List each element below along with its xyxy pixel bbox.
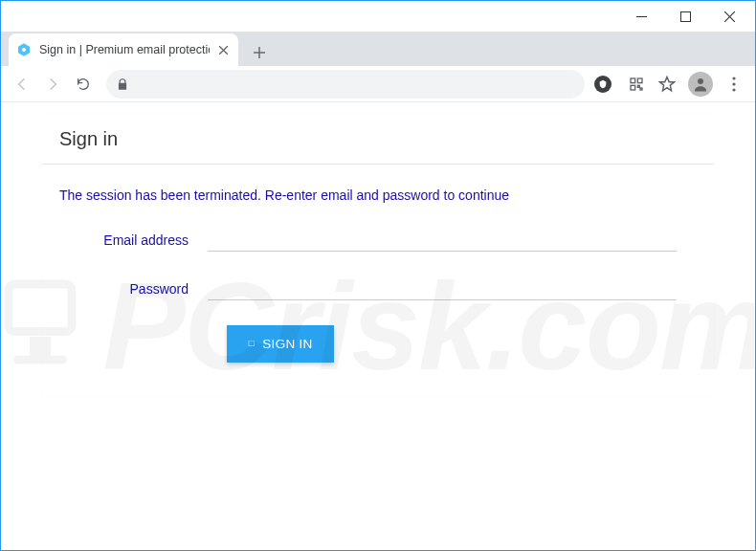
window-titlebar: [1, 1, 755, 32]
tab-strip: Sign in | Premium email protectio: [1, 32, 755, 66]
svg-point-18: [732, 88, 735, 91]
svg-point-5: [22, 48, 26, 52]
back-button[interactable]: [9, 71, 35, 98]
email-label: Email address: [59, 232, 208, 248]
svg-rect-14: [640, 88, 642, 90]
tab-close-icon[interactable]: [215, 42, 231, 57]
browser-toolbar: [1, 66, 755, 102]
svg-rect-13: [637, 85, 639, 87]
session-message: The session has been terminated. Re-ente…: [59, 187, 697, 203]
forward-button[interactable]: [39, 71, 66, 98]
browser-tab[interactable]: Sign in | Premium email protectio: [9, 33, 238, 66]
svg-rect-12: [631, 85, 635, 90]
page-title: Sign in: [59, 128, 697, 150]
page-viewport: Sign in The session has been terminated.…: [2, 103, 754, 549]
url-input[interactable]: [137, 77, 575, 92]
lock-icon: [116, 77, 129, 91]
browser-window: Sign in | Premium email protectio: [0, 0, 756, 551]
svg-point-15: [698, 78, 703, 84]
lock-glyph-icon: ☐: [248, 340, 255, 348]
new-tab-button[interactable]: [246, 39, 273, 66]
password-field[interactable]: [208, 276, 677, 300]
site-security-icon[interactable]: [594, 76, 611, 93]
maximize-button[interactable]: [663, 2, 707, 31]
signin-button-label: SIGN IN: [262, 337, 312, 351]
signin-button[interactable]: ☐ SIGN IN: [227, 325, 334, 363]
email-field[interactable]: [208, 228, 677, 252]
password-row: Password: [59, 276, 697, 300]
bookmark-star-icon[interactable]: [654, 71, 680, 98]
reload-button[interactable]: [70, 71, 97, 98]
svg-point-17: [732, 82, 735, 85]
menu-dots-icon[interactable]: [721, 71, 747, 98]
close-window-button[interactable]: [707, 2, 751, 31]
svg-rect-11: [637, 78, 642, 83]
button-row: ☐ SIGN IN: [59, 325, 697, 363]
signin-card: Sign in The session has been terminated.…: [42, 115, 714, 397]
svg-rect-1: [680, 11, 690, 21]
share-qr-icon[interactable]: [623, 71, 650, 98]
email-row: Email address: [59, 228, 697, 252]
card-header: Sign in: [42, 115, 714, 165]
tab-favicon-icon: [16, 42, 32, 57]
svg-rect-10: [631, 78, 635, 83]
tab-title: Sign in | Premium email protectio: [39, 43, 210, 56]
minimize-button[interactable]: [619, 2, 663, 31]
address-bar[interactable]: [106, 70, 585, 99]
profile-avatar-icon[interactable]: [688, 72, 713, 97]
password-label: Password: [59, 281, 208, 297]
card-body: The session has been terminated. Re-ente…: [42, 165, 714, 397]
svg-point-16: [732, 77, 735, 79]
